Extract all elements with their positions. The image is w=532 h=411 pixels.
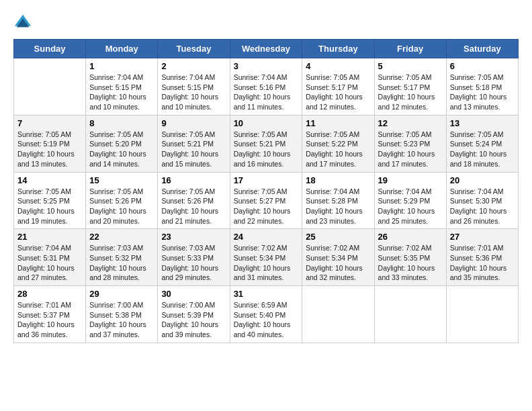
cell-details: Sunrise: 7:03 AMSunset: 5:33 PMDaylight:… <box>161 243 226 283</box>
cell-details: Sunrise: 7:04 AMSunset: 5:15 PMDaylight:… <box>89 73 154 112</box>
calendar-cell: 30Sunrise: 7:00 AMSunset: 5:39 PMDayligh… <box>158 286 230 343</box>
date-number: 13 <box>450 118 515 128</box>
page-header <box>13 13 519 32</box>
week-row-4: 21Sunrise: 7:04 AMSunset: 5:31 PMDayligh… <box>14 229 519 286</box>
day-header-monday: Monday <box>86 40 158 58</box>
date-number: 10 <box>234 118 299 128</box>
date-number: 28 <box>17 289 82 299</box>
date-number: 11 <box>306 118 370 128</box>
cell-details: Sunrise: 7:05 AMSunset: 5:22 PMDaylight:… <box>306 130 370 169</box>
calendar-table: SundayMondayTuesdayWednesdayThursdayFrid… <box>13 39 519 343</box>
cell-details: Sunrise: 7:00 AMSunset: 5:39 PMDaylight:… <box>161 300 226 340</box>
cell-details: Sunrise: 7:05 AMSunset: 5:25 PMDaylight:… <box>17 187 82 226</box>
days-header-row: SundayMondayTuesdayWednesdayThursdayFrid… <box>14 40 519 58</box>
cell-details: Sunrise: 7:05 AMSunset: 5:26 PMDaylight:… <box>161 187 226 226</box>
calendar-cell: 12Sunrise: 7:05 AMSunset: 5:23 PMDayligh… <box>374 115 446 172</box>
day-header-saturday: Saturday <box>446 40 518 58</box>
day-header-thursday: Thursday <box>302 40 374 58</box>
date-number: 15 <box>89 175 154 185</box>
cell-details: Sunrise: 7:05 AMSunset: 5:27 PMDaylight:… <box>234 187 299 226</box>
cell-details: Sunrise: 7:05 AMSunset: 5:17 PMDaylight:… <box>306 73 370 112</box>
date-number: 20 <box>450 175 515 185</box>
calendar-cell: 3Sunrise: 7:04 AMSunset: 5:16 PMDaylight… <box>230 58 302 116</box>
week-row-5: 28Sunrise: 7:01 AMSunset: 5:37 PMDayligh… <box>14 286 519 343</box>
week-row-3: 14Sunrise: 7:05 AMSunset: 5:25 PMDayligh… <box>14 172 519 229</box>
calendar-cell: 7Sunrise: 7:05 AMSunset: 5:19 PMDaylight… <box>14 115 86 172</box>
calendar-cell: 28Sunrise: 7:01 AMSunset: 5:37 PMDayligh… <box>14 286 86 343</box>
cell-details: Sunrise: 7:04 AMSunset: 5:31 PMDaylight:… <box>17 243 82 283</box>
date-number: 12 <box>378 118 443 128</box>
calendar-cell: 16Sunrise: 7:05 AMSunset: 5:26 PMDayligh… <box>158 172 230 229</box>
logo <box>13 13 35 32</box>
date-number: 29 <box>89 289 154 299</box>
cell-details: Sunrise: 7:04 AMSunset: 5:15 PMDaylight:… <box>161 73 226 112</box>
cell-details: Sunrise: 6:59 AMSunset: 5:40 PMDaylight:… <box>234 300 299 340</box>
date-number: 17 <box>234 175 299 185</box>
date-number: 7 <box>17 118 82 128</box>
calendar-cell: 17Sunrise: 7:05 AMSunset: 5:27 PMDayligh… <box>230 172 302 229</box>
date-number: 24 <box>234 232 299 242</box>
date-number: 2 <box>161 61 226 71</box>
cell-details: Sunrise: 7:02 AMSunset: 5:34 PMDaylight:… <box>306 243 370 283</box>
cell-details: Sunrise: 7:00 AMSunset: 5:38 PMDaylight:… <box>89 300 154 340</box>
calendar-cell: 19Sunrise: 7:04 AMSunset: 5:29 PMDayligh… <box>374 172 446 229</box>
cell-details: Sunrise: 7:05 AMSunset: 5:26 PMDaylight:… <box>89 187 154 226</box>
calendar-cell: 8Sunrise: 7:05 AMSunset: 5:20 PMDaylight… <box>86 115 158 172</box>
date-number: 16 <box>161 175 226 185</box>
day-header-tuesday: Tuesday <box>158 40 230 58</box>
cell-details: Sunrise: 7:05 AMSunset: 5:18 PMDaylight:… <box>450 73 515 112</box>
cell-details: Sunrise: 7:04 AMSunset: 5:28 PMDaylight:… <box>306 187 370 226</box>
calendar-cell: 23Sunrise: 7:03 AMSunset: 5:33 PMDayligh… <box>158 229 230 286</box>
calendar-cell: 13Sunrise: 7:05 AMSunset: 5:24 PMDayligh… <box>446 115 518 172</box>
cell-details: Sunrise: 7:05 AMSunset: 5:23 PMDaylight:… <box>378 130 443 169</box>
cell-details: Sunrise: 7:05 AMSunset: 5:19 PMDaylight:… <box>17 130 82 169</box>
calendar-cell <box>302 286 374 343</box>
cell-details: Sunrise: 7:03 AMSunset: 5:32 PMDaylight:… <box>89 243 154 283</box>
cell-details: Sunrise: 7:02 AMSunset: 5:35 PMDaylight:… <box>378 243 443 283</box>
date-number: 6 <box>450 61 515 71</box>
date-number: 19 <box>378 175 443 185</box>
date-number: 18 <box>306 175 370 185</box>
date-number: 25 <box>306 232 370 242</box>
week-row-1: 1Sunrise: 7:04 AMSunset: 5:15 PMDaylight… <box>14 58 519 116</box>
date-number: 23 <box>161 232 226 242</box>
cell-details: Sunrise: 7:05 AMSunset: 5:17 PMDaylight:… <box>378 73 443 112</box>
cell-details: Sunrise: 7:02 AMSunset: 5:34 PMDaylight:… <box>234 243 299 283</box>
calendar-cell: 22Sunrise: 7:03 AMSunset: 5:32 PMDayligh… <box>86 229 158 286</box>
calendar-cell: 18Sunrise: 7:04 AMSunset: 5:28 PMDayligh… <box>302 172 374 229</box>
date-number: 30 <box>161 289 226 299</box>
cell-details: Sunrise: 7:05 AMSunset: 5:21 PMDaylight:… <box>161 130 226 169</box>
calendar-cell: 10Sunrise: 7:05 AMSunset: 5:21 PMDayligh… <box>230 115 302 172</box>
calendar-cell <box>14 58 86 116</box>
calendar-cell <box>374 286 446 343</box>
calendar-cell: 20Sunrise: 7:04 AMSunset: 5:30 PMDayligh… <box>446 172 518 229</box>
date-number: 4 <box>306 61 370 71</box>
date-number: 22 <box>89 232 154 242</box>
calendar-cell: 1Sunrise: 7:04 AMSunset: 5:15 PMDaylight… <box>86 58 158 116</box>
date-number: 3 <box>234 61 299 71</box>
calendar-cell: 31Sunrise: 6:59 AMSunset: 5:40 PMDayligh… <box>230 286 302 343</box>
cell-details: Sunrise: 7:01 AMSunset: 5:36 PMDaylight:… <box>450 243 515 283</box>
date-number: 1 <box>89 61 154 71</box>
calendar-cell: 29Sunrise: 7:00 AMSunset: 5:38 PMDayligh… <box>86 286 158 343</box>
cell-details: Sunrise: 7:05 AMSunset: 5:21 PMDaylight:… <box>234 130 299 169</box>
calendar-cell: 24Sunrise: 7:02 AMSunset: 5:34 PMDayligh… <box>230 229 302 286</box>
date-number: 21 <box>17 232 82 242</box>
calendar-cell: 25Sunrise: 7:02 AMSunset: 5:34 PMDayligh… <box>302 229 374 286</box>
cell-details: Sunrise: 7:04 AMSunset: 5:30 PMDaylight:… <box>450 187 515 226</box>
date-number: 27 <box>450 232 515 242</box>
logo-icon <box>13 13 32 32</box>
day-header-sunday: Sunday <box>14 40 86 58</box>
calendar-cell <box>446 286 518 343</box>
cell-details: Sunrise: 7:04 AMSunset: 5:29 PMDaylight:… <box>378 187 443 226</box>
day-header-wednesday: Wednesday <box>230 40 302 58</box>
week-row-2: 7Sunrise: 7:05 AMSunset: 5:19 PMDaylight… <box>14 115 519 172</box>
calendar-cell: 26Sunrise: 7:02 AMSunset: 5:35 PMDayligh… <box>374 229 446 286</box>
calendar-cell: 2Sunrise: 7:04 AMSunset: 5:15 PMDaylight… <box>158 58 230 116</box>
calendar-cell: 27Sunrise: 7:01 AMSunset: 5:36 PMDayligh… <box>446 229 518 286</box>
date-number: 5 <box>378 61 443 71</box>
date-number: 9 <box>161 118 226 128</box>
cell-details: Sunrise: 7:01 AMSunset: 5:37 PMDaylight:… <box>17 300 82 340</box>
date-number: 8 <box>89 118 154 128</box>
calendar-cell: 4Sunrise: 7:05 AMSunset: 5:17 PMDaylight… <box>302 58 374 116</box>
